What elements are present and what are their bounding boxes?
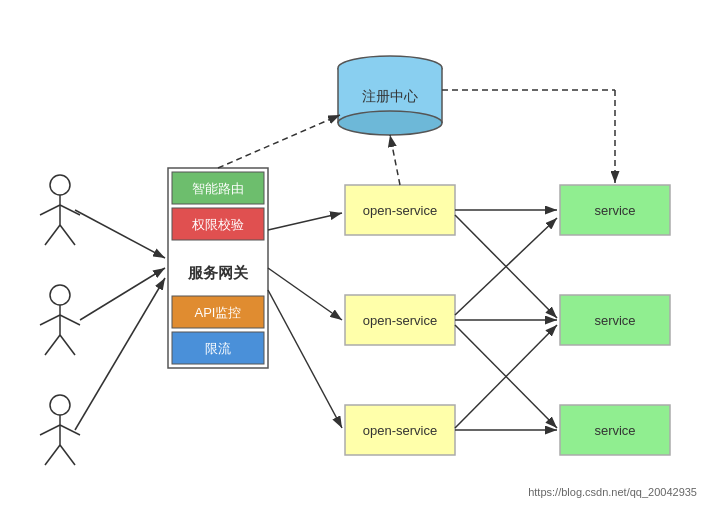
svg-text:open-service: open-service	[363, 313, 437, 328]
svg-text:限流: 限流	[205, 341, 231, 356]
architecture-diagram: 注册中心 智能路由 权限校验 服务网关 API监控 限流 open-servic…	[0, 0, 709, 506]
svg-text:service: service	[594, 313, 635, 328]
diagram-container: 注册中心 智能路由 权限校验 服务网关 API监控 限流 open-servic…	[0, 0, 709, 506]
svg-text:open-service: open-service	[363, 203, 437, 218]
svg-text:service: service	[594, 203, 635, 218]
watermark: https://blog.csdn.net/qq_20042935	[528, 486, 697, 498]
svg-text:API监控: API监控	[195, 305, 242, 320]
svg-text:注册中心: 注册中心	[362, 88, 418, 104]
svg-text:service: service	[594, 423, 635, 438]
svg-text:open-service: open-service	[363, 423, 437, 438]
svg-text:智能路由: 智能路由	[192, 181, 244, 196]
svg-text:服务网关: 服务网关	[187, 264, 249, 281]
svg-text:权限校验: 权限校验	[191, 217, 244, 232]
svg-point-3	[338, 111, 442, 135]
